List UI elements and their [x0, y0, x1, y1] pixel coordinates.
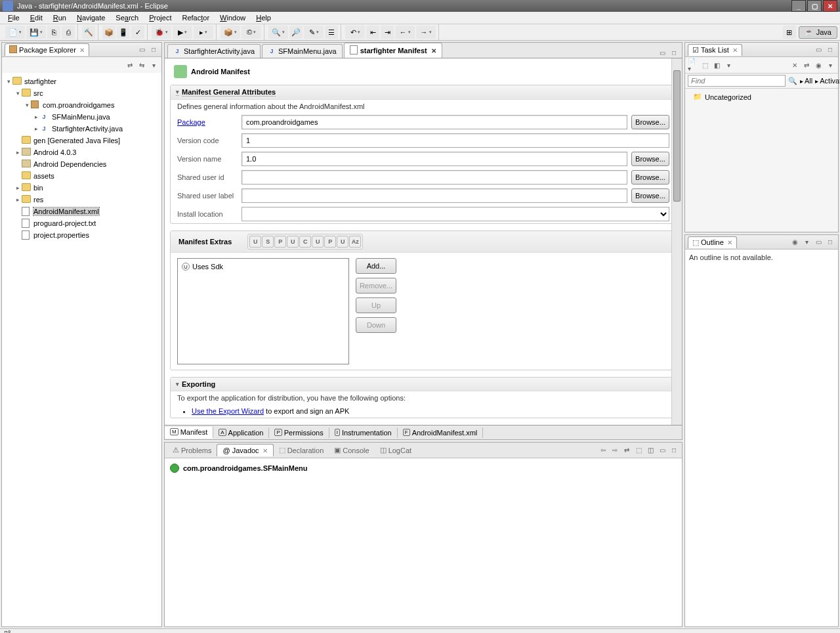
btab-application[interactable]: AApplication — [213, 427, 269, 438]
extras-p-button[interactable]: P — [274, 236, 286, 248]
minimize-view-button[interactable]: ▭ — [657, 445, 667, 456]
task-button[interactable]: ☰ — [325, 26, 338, 39]
tab-sfmainmenu[interactable]: SFMainMenu.java — [262, 44, 343, 58]
filter-button[interactable]: ✕ — [789, 60, 800, 70]
extras-u3-button[interactable]: U — [312, 236, 324, 248]
new-task-button[interactable]: 📄▾ — [688, 60, 698, 70]
menu-edit[interactable]: Edit — [25, 12, 48, 24]
new-class-button[interactable]: © — [242, 26, 261, 39]
extras-az-button[interactable]: Az — [349, 236, 361, 248]
manifest-extras-header[interactable]: Manifest Extras U S P U C U P U Az — [171, 231, 676, 253]
package-explorer-tab[interactable]: Package Explorer ✕ — [5, 43, 89, 56]
extras-s-button[interactable]: S — [262, 236, 274, 248]
close-icon[interactable]: ✕ — [727, 239, 732, 246]
build-button[interactable]: 🔨 — [82, 26, 95, 39]
new-window-button[interactable]: ◫ — [645, 445, 656, 456]
close-icon[interactable]: ✕ — [431, 47, 436, 55]
view-menu-button[interactable]: ▾ — [148, 60, 159, 70]
tab-problems[interactable]: ⚠Problems — [167, 444, 217, 456]
menu-window[interactable]: Window — [215, 12, 251, 24]
all-filter[interactable]: ▸ All — [800, 77, 812, 85]
maximize-button[interactable]: ▢ — [807, 0, 822, 12]
vertical-scrollbar[interactable] — [671, 58, 682, 425]
run-last-button[interactable]: ▸ — [194, 26, 213, 39]
close-icon[interactable]: ✕ — [262, 447, 268, 454]
search-button[interactable]: 🔎 — [289, 26, 303, 39]
maximize-view-button[interactable]: □ — [825, 237, 835, 248]
feedback-button[interactable]: ▾ — [723, 60, 734, 70]
tab-javadoc[interactable]: @Javadoc✕ — [217, 444, 273, 456]
list-item[interactable]: UUses Sdk — [182, 263, 345, 271]
menu-navigate[interactable]: Navigate — [72, 12, 110, 24]
menu-search[interactable]: Search — [110, 12, 144, 24]
nav-forward-icon[interactable]: ⇨ — [610, 445, 620, 456]
extras-u4-button[interactable]: U — [337, 236, 348, 248]
maximize-view-button[interactable]: □ — [825, 45, 835, 55]
menu-button[interactable]: ▾ — [825, 60, 835, 70]
menu-button[interactable]: ▾ — [801, 237, 812, 248]
btab-permissions[interactable]: PPermissions — [269, 427, 329, 438]
general-attributes-header[interactable]: ▾Manifest General Attributes — [171, 85, 676, 100]
nav-down-button[interactable]: ⇥ — [381, 26, 394, 39]
task-tree[interactable]: 📁Uncategorized — [685, 89, 838, 105]
tab-manifest[interactable]: starfighter Manifest✕ — [344, 43, 442, 58]
tab-console[interactable]: ▣Console — [329, 444, 374, 456]
forward-button[interactable]: → — [416, 26, 436, 39]
debug-button[interactable]: 🐞 — [152, 26, 171, 39]
android-sdk-button[interactable]: 📦 — [102, 26, 116, 39]
java-perspective-button[interactable]: ☕ Java — [799, 26, 837, 39]
browse-userid-button[interactable]: Browse... — [631, 170, 669, 185]
tab-logcat[interactable]: ◫LogCat — [375, 444, 417, 456]
exporting-header[interactable]: ▾Exporting — [171, 378, 676, 391]
open-type-button[interactable]: 🔍 — [268, 26, 288, 39]
outline-tab[interactable]: ⬚ Outline ✕ — [688, 236, 737, 248]
install-location-select[interactable] — [242, 207, 669, 221]
nav-back-icon[interactable]: ⇦ — [598, 445, 608, 456]
collapse-button[interactable]: ⇄ — [801, 60, 812, 70]
task-list-tab[interactable]: ☑ Task List ✕ — [688, 44, 742, 56]
save-all-button[interactable]: ⎘ — [47, 26, 60, 39]
nav-up-button[interactable]: ⇤ — [366, 26, 379, 39]
search-icon[interactable]: 🔍 — [788, 77, 797, 85]
extras-p2-button[interactable]: P — [324, 236, 336, 248]
close-icon[interactable]: ✕ — [732, 47, 738, 54]
new-button[interactable]: 📄 — [5, 26, 25, 39]
export-wizard-link[interactable]: Use the Export Wizard — [192, 407, 264, 415]
find-input[interactable] — [688, 75, 786, 87]
nav-back-button[interactable]: ↶ — [345, 26, 365, 39]
minimize-editor-button[interactable]: ▭ — [657, 47, 667, 58]
close-icon[interactable]: ✕ — [79, 47, 85, 54]
package-tree[interactable]: ▾starfighter ▾src ▾com.proandroidgames ▸… — [2, 73, 161, 626]
extras-u-button[interactable]: U — [249, 236, 261, 248]
up-button[interactable]: Up — [356, 297, 396, 313]
menu-project[interactable]: Project — [144, 12, 177, 24]
selected-file[interactable]: AndroidManifest.xml — [33, 207, 99, 215]
package-label[interactable]: Package — [177, 118, 238, 126]
tab-starfighter-activity[interactable]: StarfighterActivity.java — [167, 44, 261, 58]
extras-list[interactable]: UUses Sdk — [177, 258, 349, 364]
print-button[interactable]: ⎙ — [62, 26, 75, 39]
browse-package-button[interactable]: Browse... — [631, 115, 669, 129]
tab-declaration[interactable]: ⬚Declaration — [274, 444, 329, 456]
menu-run[interactable]: Run — [48, 12, 72, 24]
maximize-view-button[interactable]: □ — [669, 445, 679, 456]
unscheduled-button[interactable]: ◧ — [711, 60, 722, 70]
menu-refactor[interactable]: Refactor — [177, 12, 215, 24]
package-input[interactable] — [242, 115, 627, 129]
browse-version-button[interactable]: Browse... — [631, 152, 669, 166]
maximize-view-button[interactable]: □ — [148, 45, 159, 55]
save-button[interactable]: 💾 — [26, 26, 46, 39]
maximize-editor-button[interactable]: □ — [669, 47, 679, 58]
remove-button[interactable]: Remove... — [356, 278, 396, 294]
run-button[interactable]: ▶ — [173, 26, 192, 39]
minimize-view-button[interactable]: ▭ — [813, 237, 824, 248]
minimize-button[interactable]: _ — [791, 0, 806, 12]
down-button[interactable]: Down — [356, 317, 396, 333]
minimize-view-button[interactable]: ▭ — [813, 45, 824, 55]
extras-u2-button[interactable]: U — [287, 236, 299, 248]
open-button[interactable]: ⬚ — [633, 445, 644, 456]
focus-button[interactable]: ◉ — [813, 60, 824, 70]
btab-manifest[interactable]: MManifest — [165, 427, 213, 439]
close-button[interactable]: ✕ — [823, 0, 837, 12]
btab-xml[interactable]: FAndroidManifest.xml — [398, 427, 484, 438]
